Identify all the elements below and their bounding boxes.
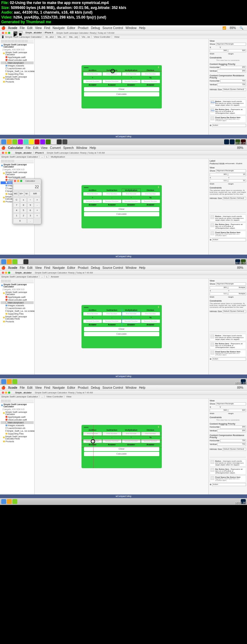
calculator-window[interactable]: Calculator 22 MC M+ M- MR C ± ÷ × 7 8 9 …: [12, 179, 41, 224]
dock-app[interactable]: [51, 139, 56, 144]
h-resist[interactable]: 750: [220, 79, 246, 83]
input-first[interactable]: First Number: [141, 72, 160, 76]
calc-5[interactable]: 5: [20, 208, 27, 213]
calc-div[interactable]: ÷: [27, 197, 34, 202]
breadcrumb[interactable]: 📱Simple Swift Lanscape Calculator〉 Si...…: [0, 35, 247, 39]
menu-find[interactable]: Find: [44, 26, 50, 30]
menu-debug[interactable]: Debug: [91, 26, 100, 30]
calc-minus[interactable]: -: [34, 203, 40, 208]
input-second[interactable]: Second Number: [141, 80, 160, 83]
lib-baritem[interactable]: ItemBar Button Item - Represents an item…: [210, 108, 246, 115]
nav-viewcontroller[interactable]: ViewController.swift: [1, 59, 34, 61]
calculate-button[interactable]: Calculate: [84, 92, 159, 96]
clear-button[interactable]: Clear: [84, 87, 159, 91]
h-priority[interactable]: 250: [220, 66, 246, 69]
dock-app[interactable]: [35, 139, 40, 144]
dock-app[interactable]: [18, 139, 23, 144]
show-dropdown[interactable]: Alignment Rectangle: [216, 43, 246, 46]
dock-app[interactable]: [7, 139, 12, 144]
calc-pm[interactable]: ±: [20, 197, 27, 202]
calc-1[interactable]: 1: [13, 213, 20, 218]
calc-6[interactable]: 6: [27, 208, 34, 213]
breadcrumb[interactable]: Simple Swift Lanscape Calculator〉... 〉L …: [0, 155, 247, 159]
nav-images[interactable]: Images.xcassets: [1, 64, 34, 67]
calc-0[interactable]: 0: [13, 218, 27, 223]
canvas[interactable]: ●●●●●🔋 Addition Subtraction Multiplicati…: [35, 39, 208, 135]
menu-window[interactable]: Window: [126, 26, 137, 30]
window-controls[interactable]: [0, 152, 12, 154]
dock-finder[interactable]: [1, 139, 6, 144]
stop-button[interactable]: ■: [19, 31, 23, 34]
lib-fixed[interactable]: Fixed Space Bar Button ItemRepresents a …: [210, 116, 246, 123]
calc-7[interactable]: 7: [13, 203, 20, 208]
menu-product[interactable]: Product: [78, 26, 88, 30]
nav-tests[interactable]: Simple Swift Lanscape CalculatorTests: [1, 75, 34, 80]
app-name[interactable]: Xcode: [8, 26, 17, 30]
lib-button[interactable]: ButtonButton - Intercepts touch events a…: [210, 100, 246, 107]
nav-project[interactable]: Simple Swift Lanscape Calculator: [1, 43, 34, 48]
calc-2[interactable]: 2: [20, 213, 27, 218]
menu-view[interactable]: View: [41, 146, 48, 150]
input-second[interactable]: Second Number: [122, 80, 141, 83]
dock-app[interactable]: [29, 139, 34, 144]
nav-launch[interactable]: LaunchScreen.xib: [1, 67, 34, 70]
menu-convert[interactable]: Convert: [50, 146, 61, 150]
menu-edit[interactable]: Edit: [33, 146, 38, 150]
calc-8[interactable]: 8: [20, 203, 27, 208]
nav-datamodel[interactable]: Simple_Swift_La...tor.xcdatamodeld: [1, 70, 34, 73]
calc-mplus[interactable]: M+: [19, 191, 24, 196]
size-class-bar[interactable]: wCompact hAny: [0, 135, 247, 138]
intrinsic-dropdown[interactable]: Default (System Defined): [223, 88, 246, 91]
menu-window[interactable]: Window: [76, 146, 87, 150]
menu-help[interactable]: Help: [139, 26, 145, 30]
y-input[interactable]: 320: [228, 49, 246, 52]
menu-file[interactable]: File: [26, 146, 31, 150]
menu-edit[interactable]: Edit: [27, 26, 32, 30]
nav-supporting[interactable]: Supporting Files: [1, 73, 34, 75]
scheme-selector[interactable]: Simple...alculator 〉iPhone 6: [25, 31, 53, 34]
calc-eq[interactable]: =: [34, 213, 40, 218]
input-first[interactable]: First Number: [122, 72, 141, 76]
dock-app[interactable]: [57, 139, 62, 144]
calc-plus[interactable]: +: [34, 208, 40, 213]
phone-canvas[interactable]: ●●●●●🔋 Addition Subtraction Multiplicati…: [82, 185, 162, 228]
apple-icon[interactable]: 🍎: [1, 26, 6, 30]
search-icon[interactable]: 🔍: [240, 26, 243, 30]
app-name[interactable]: Calculator: [8, 146, 23, 150]
menu-source[interactable]: Source Control: [103, 26, 123, 30]
dock-ae[interactable]: [224, 139, 229, 144]
calc-dot[interactable]: .: [27, 218, 34, 223]
run-button[interactable]: ▶: [13, 31, 18, 34]
calc-c[interactable]: C: [13, 197, 20, 202]
calc-mc[interactable]: MC: [13, 191, 19, 196]
lib-search[interactable]: button: [212, 124, 246, 127]
nav-storyboard[interactable]: Main.storyboard: [1, 61, 34, 64]
calc-mr[interactable]: MR: [30, 191, 40, 196]
calc-mul[interactable]: ×: [34, 197, 40, 202]
nav-appdelegate[interactable]: AppDelegate.swift: [1, 56, 34, 59]
dock-ps[interactable]: [230, 139, 235, 144]
nav-products[interactable]: Products: [1, 80, 34, 83]
phone-canvas[interactable]: ●●●●●🔋 Addition Subtraction Multiplicati…: [82, 65, 162, 108]
menu-speech[interactable]: Speech: [63, 146, 74, 150]
wifi-icon[interactable]: 📶: [222, 26, 226, 30]
menu-file[interactable]: File: [20, 26, 25, 30]
v-priority[interactable]: 250: [217, 70, 246, 73]
canvas[interactable]: ●●●●●🔋 Addition Subtraction Multiplicati…: [35, 159, 208, 255]
menu-navigate[interactable]: Navigate: [52, 26, 65, 30]
dock-app[interactable]: [46, 139, 51, 144]
dock-app[interactable]: [62, 139, 67, 144]
navigator-tabs[interactable]: [1, 40, 34, 43]
x-input[interactable]: 568: [210, 49, 228, 52]
calc-9[interactable]: 9: [27, 203, 34, 208]
menu-help[interactable]: Help: [90, 146, 96, 150]
apple-icon[interactable]: 🍎: [1, 146, 6, 150]
input-first[interactable]: First Number: [103, 72, 121, 76]
menu-view[interactable]: View: [35, 26, 42, 30]
calc-mminus[interactable]: M-: [24, 191, 30, 196]
input-second[interactable]: Second Number: [103, 80, 121, 83]
calc-4[interactable]: 4: [13, 208, 20, 213]
menu-editor[interactable]: Editor: [67, 26, 75, 30]
dock-app[interactable]: [23, 139, 28, 144]
v-resist[interactable]: 750: [217, 83, 246, 86]
